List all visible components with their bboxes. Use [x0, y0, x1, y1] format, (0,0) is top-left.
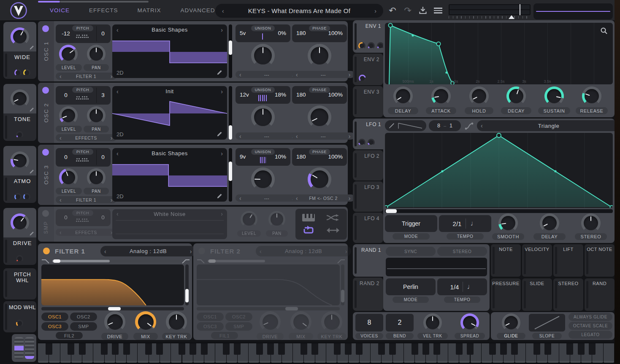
lfo-delay-knob[interactable] — [540, 213, 559, 233]
wavetable-name[interactable]: Basic Shapes — [112, 150, 227, 156]
envelope-graph[interactable]: 500ms 1s 1.5s 2s 2.5s 3s 3.5s — [385, 23, 613, 84]
grid-y-value[interactable]: 1 — [449, 123, 452, 129]
mod-source-oct-note[interactable]: OCT NOTE — [585, 244, 615, 277]
piano-key-black[interactable] — [356, 343, 363, 355]
mod-source-pressure[interactable]: PRESSURE — [491, 278, 521, 311]
volume-handle-triangle[interactable] — [509, 15, 514, 19]
piano-key-black[interactable] — [201, 343, 208, 355]
smp-sample-display[interactable]: White Noise — [112, 209, 227, 239]
tab-matrix[interactable]: MATRIX — [138, 7, 161, 13]
osc3-power-dot[interactable] — [42, 149, 49, 156]
random-display[interactable] — [386, 258, 487, 276]
note-icon[interactable] — [470, 219, 477, 228]
wavetable-edit-pencil-icon[interactable] — [217, 193, 223, 199]
macro-atmo-knob[interactable] — [11, 151, 29, 170]
osc2-wavetable-display[interactable]: Init 2D — [112, 86, 227, 140]
wavetable-next-button[interactable] — [221, 26, 223, 33]
filter2-input-osc2[interactable]: OSC2 — [225, 313, 252, 321]
zoom-icon[interactable] — [600, 27, 608, 35]
filter2-input-smp[interactable]: SMP — [225, 322, 252, 331]
piano-key-black[interactable] — [412, 343, 418, 355]
tab-drag-bar[interactable] — [355, 280, 357, 308]
legato-toggle[interactable]: LEGATO — [569, 331, 612, 339]
mod-source-rand[interactable]: RAND — [585, 278, 615, 311]
filter2-input-osc3[interactable]: OSC3 — [197, 322, 224, 331]
note-icon[interactable] — [467, 283, 474, 291]
tab-drag-bar[interactable] — [355, 57, 357, 82]
osc3-wavetable-display[interactable]: Basic Shapes 2D — [112, 148, 227, 202]
bend-value-box[interactable]: 2 — [386, 314, 414, 332]
filter2-blend-slider[interactable] — [197, 307, 340, 310]
env-delay-knob[interactable] — [393, 86, 413, 106]
wavetable-edit-pencil-icon[interactable] — [217, 131, 223, 137]
osc1-routing-selector[interactable]: FILTER 1 — [56, 73, 116, 80]
osc1-transpose[interactable]: -12 — [59, 30, 73, 37]
menu-icon[interactable] — [434, 8, 442, 13]
tab-drag-bar[interactable] — [355, 23, 357, 50]
tab-advanced[interactable]: ADVANCED — [181, 7, 215, 13]
tab-env-3[interactable]: ENV 3 — [353, 86, 383, 117]
wavetable-edit-pencil-icon[interactable] — [217, 69, 223, 75]
tab-drag-bar[interactable] — [355, 184, 357, 209]
filter1-input-osc2[interactable]: OSC2 — [70, 313, 97, 321]
osc1-power-dot[interactable] — [42, 25, 49, 32]
smp-routing-selector[interactable]: EFFECTS — [56, 229, 116, 236]
osc3-tune[interactable]: 0 — [97, 154, 109, 160]
piano-key-black[interactable] — [378, 343, 385, 355]
unison-detune[interactable]: 10% — [275, 154, 286, 160]
piano-key-black[interactable] — [456, 343, 463, 355]
slope-display[interactable] — [529, 314, 565, 332]
piano-key-black[interactable] — [589, 343, 596, 355]
filter2-response-display[interactable] — [197, 264, 340, 305]
smp-level-knob[interactable] — [241, 211, 257, 228]
piano-key-black[interactable] — [190, 343, 196, 355]
piano-key-black[interactable] — [156, 343, 163, 355]
bounce-icon[interactable] — [327, 227, 339, 233]
grid-x-value[interactable]: 8 — [437, 123, 440, 129]
edit-pencil-icon[interactable] — [29, 107, 35, 112]
lfo-smooth-knob[interactable] — [498, 213, 518, 233]
filter1-input-osc3[interactable]: OSC3 — [41, 322, 68, 331]
mod-source-stereo[interactable]: STEREO — [553, 278, 583, 311]
macro-tone-knob[interactable] — [11, 89, 29, 108]
osc2-power-dot[interactable] — [42, 87, 49, 94]
osc3-routing-selector[interactable]: FILTER 1 — [56, 196, 116, 203]
osc1-frame-dest-selector[interactable]: --- — [236, 71, 298, 78]
paint-brush-icon[interactable] — [388, 122, 395, 129]
env-hold-knob[interactable] — [469, 86, 489, 106]
osc1-mod-dest-selector[interactable]: --- — [292, 71, 355, 78]
tab-env-2[interactable]: ENV 2 — [353, 54, 383, 85]
voices-value-box[interactable]: 8 — [355, 314, 383, 332]
macro-drag-bar[interactable] — [5, 271, 7, 297]
mod-source-velocity[interactable]: VELOCITY — [522, 244, 552, 277]
preset-browser[interactable]: KEYS - What Dreams Are Made Of — [215, 4, 383, 18]
smp-tune[interactable]: 0 — [97, 214, 109, 221]
piano-key-black[interactable] — [68, 343, 74, 355]
osc2-routing-selector[interactable]: EFFECTS — [56, 134, 116, 141]
filter2-mix-knob[interactable] — [290, 311, 311, 332]
edit-pencil-icon[interactable] — [29, 45, 35, 50]
unison-detune[interactable]: 18% — [275, 92, 286, 98]
piano-key-black[interactable] — [101, 343, 108, 355]
osc1-level-knob[interactable] — [59, 45, 78, 63]
piano-key-white[interactable] — [604, 343, 614, 363]
pitch-steps-icon[interactable] — [76, 218, 89, 223]
filter1-blend-slider[interactable] — [41, 307, 184, 310]
smooth-curve-icon[interactable] — [464, 122, 474, 130]
piano-key-black[interactable] — [267, 343, 274, 355]
osc3-frame-knob[interactable] — [251, 167, 275, 191]
piano-key-black[interactable] — [301, 343, 307, 355]
piano-key-black[interactable] — [467, 343, 474, 355]
piano-key-black[interactable] — [46, 343, 52, 355]
tab-drag-bar[interactable] — [355, 153, 357, 178]
osc3-pan-knob[interactable] — [87, 168, 106, 187]
tab-voice[interactable]: VOICE — [50, 7, 70, 13]
filter1-drive-knob[interactable] — [104, 311, 125, 332]
osc2-frame-knob[interactable] — [251, 105, 275, 129]
osc3-level-knob[interactable] — [59, 168, 78, 187]
filter2-input-fil1[interactable]: FIL1 — [211, 332, 238, 339]
filter2-cutoff-slider[interactable] — [208, 260, 335, 262]
smp-pan-knob[interactable] — [268, 211, 285, 228]
osc3-frame-slider[interactable] — [229, 148, 232, 202]
tab-drag-bar[interactable] — [355, 121, 357, 146]
